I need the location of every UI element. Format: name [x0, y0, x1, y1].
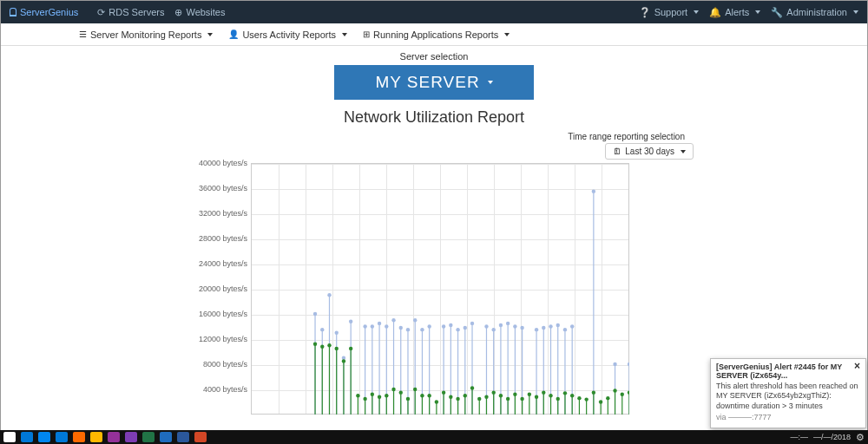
svg-point-81	[342, 359, 345, 362]
svg-point-105	[427, 394, 431, 397]
taskbar-app-icon[interactable]	[3, 432, 16, 442]
taskbar-app-icon[interactable]	[194, 432, 207, 442]
svg-point-103	[420, 394, 424, 397]
svg-point-139	[549, 394, 552, 397]
svg-point-143	[563, 391, 567, 395]
taskbar-app-icon[interactable]	[142, 432, 155, 442]
nav-rds-servers[interactable]: ⟳RDS Servers	[97, 7, 164, 18]
svg-point-73	[313, 343, 317, 346]
svg-point-29	[420, 328, 424, 331]
nav-administration[interactable]: 🔧Administration	[771, 7, 858, 18]
server-select-button[interactable]: MY SERVER	[334, 65, 534, 100]
svg-point-11	[349, 320, 352, 323]
svg-point-109	[442, 390, 445, 394]
svg-point-15	[371, 324, 374, 328]
time-range-label: Time range reporting selection	[568, 132, 685, 141]
refresh-icon: ⟳	[97, 7, 105, 18]
alert-toast: [ServerGenius] Alert #2445 for MY SERVER…	[710, 358, 866, 428]
y-axis-tick: 16000 bytes/s	[199, 310, 247, 318]
svg-point-145	[570, 394, 574, 397]
taskbar-app-icon[interactable]	[108, 432, 120, 442]
svg-point-155	[606, 396, 609, 400]
gear-icon[interactable]: ⚙	[856, 432, 865, 443]
system-tray: —:— —/—/2018 ⚙	[790, 432, 865, 443]
nav-alerts[interactable]: 🔔Alerts	[709, 7, 760, 18]
svg-point-31	[427, 324, 431, 328]
tab-users-activity[interactable]: 👤Users Activity Reports	[228, 29, 347, 40]
svg-point-125	[499, 394, 503, 397]
nav-support[interactable]: ❔Support	[639, 7, 700, 18]
tab-running-apps[interactable]: ⊞Running Applications Reports	[363, 29, 510, 40]
svg-point-113	[456, 397, 459, 401]
svg-point-111	[449, 395, 452, 399]
y-axis-tick: 12000 bytes/s	[199, 335, 247, 343]
svg-point-93	[385, 394, 388, 397]
tab-server-monitoring[interactable]: ☰Server Monitoring Reports	[79, 29, 213, 40]
svg-point-131	[520, 397, 523, 401]
svg-point-151	[592, 390, 595, 394]
svg-point-61	[556, 323, 560, 327]
top-navbar: ServerGenius ⟳RDS Servers ⊕Websites ❔Sup…	[1, 1, 867, 23]
clock-time: —:—	[790, 433, 808, 441]
taskbar-app-icon[interactable]	[125, 432, 137, 442]
nav-websites[interactable]: ⊕Websites	[174, 7, 225, 18]
svg-point-49	[506, 322, 510, 325]
svg-point-99	[406, 397, 410, 401]
toast-via: via ———:7777	[716, 413, 860, 422]
svg-point-59	[549, 324, 552, 328]
svg-point-83	[349, 347, 352, 350]
svg-point-85	[356, 394, 359, 397]
taskbar-app-icon[interactable]	[177, 432, 189, 442]
taskbar-app-icon[interactable]	[160, 432, 172, 442]
nav-label: Alerts	[725, 7, 749, 17]
svg-point-75	[320, 345, 324, 349]
svg-point-79	[335, 347, 339, 350]
svg-point-97	[399, 390, 403, 394]
toast-body: This alert threshold has been reached on…	[716, 382, 860, 411]
taskbar-app-icon[interactable]	[56, 432, 68, 442]
svg-point-37	[456, 328, 459, 331]
taskbar: —:— —/—/2018 ⚙	[0, 430, 868, 444]
time-range-button[interactable]: 🗓 Last 30 days	[605, 143, 694, 160]
chevron-down-icon	[853, 10, 858, 14]
chevron-down-icon	[681, 150, 686, 153]
svg-point-33	[442, 324, 445, 328]
svg-point-27	[413, 318, 417, 322]
svg-point-35	[449, 323, 452, 327]
svg-point-95	[391, 388, 395, 391]
svg-point-117	[470, 386, 474, 389]
svg-point-153	[599, 400, 602, 403]
svg-point-87	[363, 397, 366, 401]
nav-label: Websites	[186, 7, 225, 17]
y-axis-tick: 8000 bytes/s	[203, 360, 247, 369]
svg-point-1	[313, 312, 317, 316]
taskbar-app-icon[interactable]	[21, 432, 33, 442]
globe-icon: ⊕	[174, 7, 182, 18]
y-axis-tick: 24000 bytes/s	[199, 259, 247, 268]
svg-point-147	[577, 396, 581, 400]
svg-point-19	[385, 324, 388, 328]
taskbar-app-icon[interactable]	[73, 432, 85, 442]
tab-label: Server Monitoring Reports	[90, 29, 201, 40]
chevron-down-icon	[207, 33, 213, 36]
tab-label: Running Applications Reports	[373, 29, 498, 40]
y-axis-tick: 40000 bytes/s	[199, 159, 247, 167]
svg-point-121	[484, 395, 488, 399]
svg-point-25	[406, 328, 410, 331]
svg-point-43	[484, 324, 488, 328]
y-axis-tick: 20000 bytes/s	[199, 284, 247, 293]
user-icon: 👤	[228, 29, 239, 39]
close-icon[interactable]: ×	[854, 362, 860, 370]
svg-point-115	[464, 394, 467, 397]
brand[interactable]: ServerGenius	[10, 7, 78, 17]
svg-point-133	[528, 393, 531, 396]
svg-point-57	[542, 326, 545, 330]
report-tabs: ☰Server Monitoring Reports 👤Users Activi…	[1, 23, 867, 46]
taskbar-app-icon[interactable]	[38, 432, 50, 442]
svg-point-141	[556, 397, 560, 401]
taskbar-app-icon[interactable]	[90, 432, 102, 442]
flask-icon	[10, 8, 16, 16]
svg-point-53	[520, 326, 523, 330]
svg-point-47	[499, 323, 503, 327]
brand-label: ServerGenius	[20, 7, 78, 17]
